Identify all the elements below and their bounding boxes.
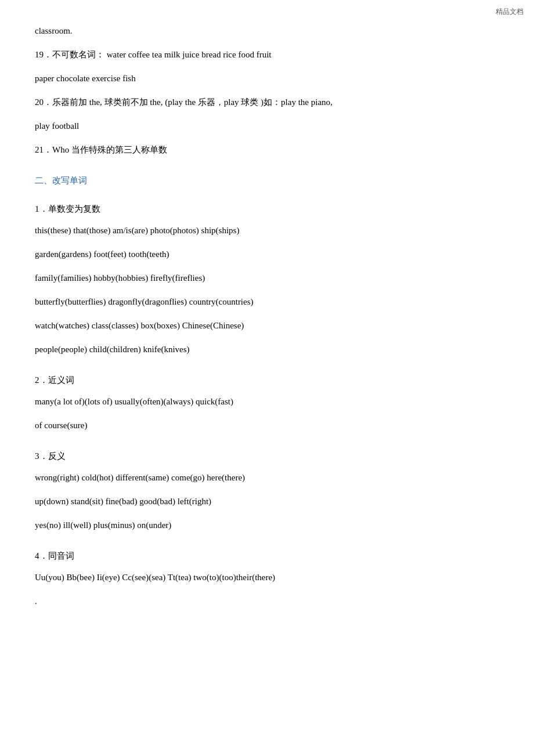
content-line-plural3: family(families) hobby(hobbies) firefly(…: [35, 270, 499, 286]
main-content: classroom.19．不可数名词： water coffee tea mil…: [0, 0, 534, 641]
content-line-sub2: 2．近义词: [35, 372, 499, 388]
content-line-dot: .: [35, 594, 499, 609]
content-line-item19b: paper chocolate exercise fish: [35, 71, 499, 86]
content-line-sub3: 3．反义: [35, 448, 499, 464]
content-line-ant2: up(down) stand(sit) fine(bad) good(bad) …: [35, 494, 499, 509]
content-line-plural1: this(these) that(those) am/is(are) photo…: [35, 223, 499, 238]
content-line-ant1: wrong(right) cold(hot) different(same) c…: [35, 470, 499, 486]
content-line-sub4: 4．同音词: [35, 548, 499, 564]
content-line-syn2: of course(sure): [35, 418, 499, 433]
content-line-sub1: 1．单数变为复数: [35, 201, 499, 217]
content-line-classroom: classroom.: [35, 23, 499, 39]
content-line-plural2: garden(gardens) foot(feet) tooth(teeth): [35, 247, 499, 262]
content-line-item21: 21．Who 当作特殊的第三人称单数: [35, 142, 499, 158]
content-line-item20b: play football: [35, 118, 499, 134]
content-line-item19: 19．不可数名词： water coffee tea milk juice br…: [35, 47, 499, 63]
watermark-label: 精品文档: [496, 7, 524, 17]
content-line-plural6: people(people) child(children) knife(kni…: [35, 342, 499, 357]
content-line-syn1: many(a lot of)(lots of) usually(often)(a…: [35, 394, 499, 410]
content-line-ant3: yes(no) ill(well) plus(minus) on(under): [35, 518, 499, 533]
content-line-section2: 二、改写单词: [35, 173, 499, 189]
content-line-item20: 20．乐器前加 the, 球类前不加 the, (play the 乐器，pla…: [35, 95, 499, 110]
content-line-plural4: butterfly(butterflies) dragonfly(dragonf…: [35, 294, 499, 310]
content-line-plural5: watch(watches) class(classes) box(boxes)…: [35, 318, 499, 334]
content-line-homo1: Uu(you) Bb(bee) Ii(eye) Cc(see)(sea) Tt(…: [35, 570, 499, 585]
